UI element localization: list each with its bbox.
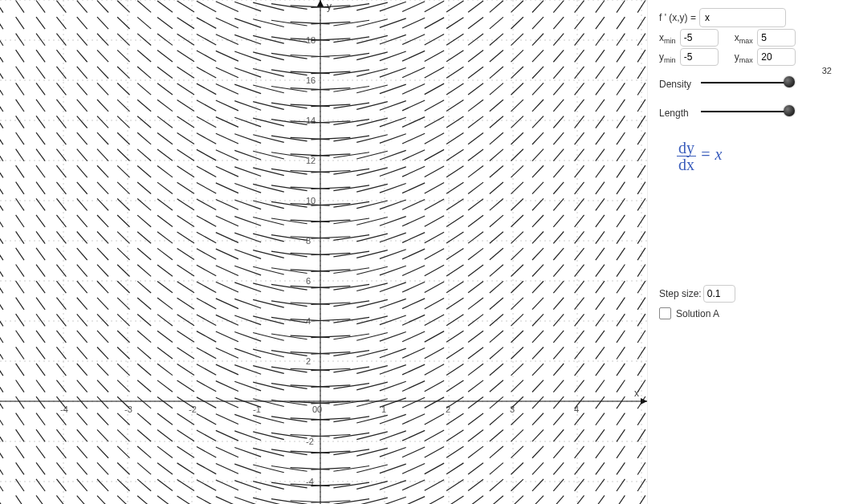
svg-line-897 — [553, 429, 564, 441]
xmax-input[interactable] — [757, 29, 796, 47]
svg-line-1035 — [637, 248, 645, 260]
density-slider[interactable] — [701, 82, 789, 83]
svg-line-151 — [56, 446, 66, 458]
solution-a-checkbox[interactable] — [659, 307, 671, 319]
length-slider[interactable] — [701, 111, 789, 112]
svg-line-230 — [97, 182, 108, 194]
svg-line-716 — [425, 348, 444, 359]
svg-line-468 — [253, 349, 284, 357]
svg-line-707 — [425, 496, 444, 504]
svg-line-484 — [253, 85, 284, 93]
svg-line-783 — [468, 265, 483, 276]
svg-line-479 — [253, 168, 284, 176]
svg-line-399 — [216, 463, 238, 474]
svg-line-908 — [553, 248, 564, 260]
svg-line-941 — [575, 215, 584, 227]
svg-line-676 — [402, 497, 425, 504]
svg-line-809 — [490, 348, 503, 360]
svg-line-95 — [16, 314, 24, 326]
svg-line-868 — [532, 396, 544, 408]
svg-line-188 — [77, 364, 88, 376]
svg-line-822 — [490, 132, 503, 144]
svg-line-645 — [380, 497, 406, 504]
svg-line-720 — [425, 282, 444, 293]
svg-line-935 — [575, 314, 584, 326]
density-thumb[interactable] — [784, 76, 795, 87]
svg-line-636 — [356, 135, 388, 143]
svg-line-988 — [617, 495, 625, 504]
svg-line-302 — [137, 17, 151, 29]
svg-line-425 — [216, 35, 238, 45]
svg-line-981 — [596, 83, 605, 95]
svg-line-366 — [197, 496, 216, 504]
svg-line-785 — [468, 232, 483, 243]
svg-line-806 — [490, 396, 503, 408]
svg-line-986 — [596, 1, 605, 13]
svg-line-808 — [490, 364, 503, 376]
svg-line-637 — [356, 118, 388, 126]
svg-line-730 — [425, 116, 444, 128]
svg-line-395 — [197, 18, 216, 29]
svg-line-420 — [216, 117, 238, 128]
svg-line-700 — [402, 100, 425, 111]
svg-line-142 — [36, 67, 45, 79]
svg-line-622 — [356, 366, 388, 374]
ymin-input[interactable] — [680, 48, 719, 66]
svg-line-729 — [425, 133, 444, 144]
svg-line-789 — [468, 166, 483, 177]
svg-text:-3: -3 — [124, 404, 132, 414]
svg-line-59 — [0, 380, 3, 392]
svg-line-1012 — [617, 100, 625, 112]
svg-line-995 — [617, 380, 625, 392]
svg-line-274 — [137, 479, 151, 491]
svg-line-733 — [425, 67, 444, 79]
svg-line-934 — [575, 331, 584, 343]
svg-line-133 — [36, 215, 45, 227]
svg-line-288 — [137, 248, 151, 260]
svg-line-702 — [402, 67, 425, 78]
svg-line-976 — [596, 165, 605, 177]
svg-line-627 — [356, 283, 388, 291]
svg-line-860 — [511, 17, 523, 29]
svg-line-127 — [36, 314, 45, 326]
svg-line-60 — [0, 364, 3, 376]
svg-line-1007 — [617, 182, 625, 194]
svg-line-931 — [575, 380, 584, 392]
svg-line-810 — [490, 331, 503, 343]
step-input[interactable] — [703, 285, 735, 303]
slope-field-plot[interactable]: xy-4-3-2-1012340-4-224681012141618 — [0, 0, 647, 504]
svg-line-228 — [97, 215, 108, 227]
svg-line-788 — [468, 182, 483, 193]
svg-line-173 — [56, 83, 66, 95]
svg-line-979 — [596, 116, 605, 128]
svg-line-248 — [117, 396, 129, 408]
svg-line-779 — [468, 331, 483, 342]
svg-line-614 — [356, 498, 388, 504]
svg-line-145 — [36, 17, 45, 29]
svg-line-774 — [468, 413, 483, 425]
ymax-input[interactable] — [757, 48, 796, 66]
svg-line-200 — [77, 165, 88, 177]
svg-line-972 — [596, 231, 605, 243]
svg-line-87 — [16, 446, 24, 458]
length-thumb[interactable] — [784, 105, 795, 116]
length-label: Length — [659, 108, 689, 119]
svg-text:14: 14 — [306, 116, 316, 125]
svg-line-615 — [356, 482, 388, 490]
svg-line-166 — [56, 198, 66, 210]
svg-line-839 — [511, 364, 523, 376]
svg-line-768 — [446, 1, 463, 12]
function-input[interactable] — [699, 8, 786, 27]
svg-line-983 — [596, 50, 605, 62]
svg-line-952 — [575, 34, 584, 46]
svg-line-805 — [490, 413, 503, 425]
svg-line-876 — [532, 265, 544, 277]
svg-text:12: 12 — [306, 156, 316, 165]
svg-line-403 — [216, 397, 238, 408]
svg-line-819 — [490, 182, 503, 194]
svg-line-168 — [56, 165, 66, 177]
xmin-input[interactable] — [680, 29, 719, 47]
svg-line-163 — [56, 248, 66, 260]
svg-line-353 — [177, 199, 194, 210]
svg-line-639 — [356, 85, 388, 93]
